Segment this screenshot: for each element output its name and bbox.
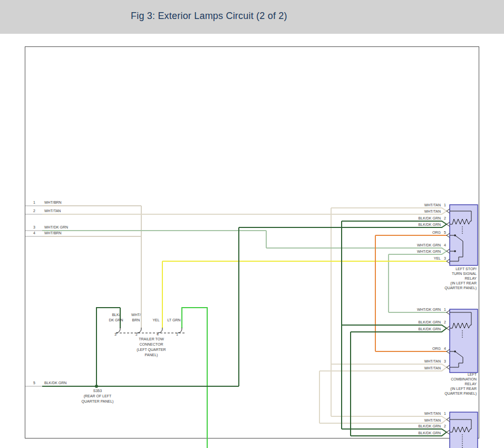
relay-caption-line: LEFT STOP/	[455, 267, 477, 271]
trailer-caption-line: PANEL)	[145, 353, 158, 357]
trailer-wire-label: WHT/	[131, 313, 141, 317]
trailer-pin-hook	[116, 328, 120, 333]
relay-pin-number: 1	[444, 203, 446, 207]
trailer-pin-hook	[137, 328, 141, 333]
relay-contact-dot	[454, 234, 456, 236]
trailer-pin-number: 4	[157, 332, 159, 336]
relay-pin-number: 4	[444, 243, 446, 247]
trailer-pin-hook	[158, 328, 162, 333]
relay-pin-chevrons	[447, 209, 450, 263]
wire-wht-dk-grn-feed	[42, 231, 447, 251]
relay-caption-line: (IN LEFT REAR	[450, 281, 477, 285]
wires	[42, 206, 447, 448]
left-wire-label: WHT/BRN	[44, 231, 62, 235]
left-pin-number: 1	[33, 201, 35, 204]
relay-bottom-cutoff: WHT/TAN WHT/TAN BLK/DK GRN BLK/DK GRN 1 …	[419, 412, 478, 448]
relay-wire-label: WHT/DK GRN	[417, 243, 441, 247]
relay-contact-dot	[454, 250, 456, 252]
splice-dot	[95, 385, 98, 388]
relay-pin-number: 5	[444, 231, 446, 234]
relay-pin-number: 2	[444, 424, 446, 428]
relay-wire-label: BLK/DK GRN	[419, 327, 441, 331]
relay-caption-line: RELAY	[465, 382, 477, 386]
relay-wire-label: WHT/DK GRN	[417, 250, 441, 253]
relay-caption-line: COMBINATION	[451, 377, 477, 381]
relay-left-stop-turn-signal: WHT/TAN WHT/TAN BLK/DK GRN BLK/DK GRN OR…	[417, 203, 478, 290]
relay-box	[450, 309, 478, 373]
relay-pin-chevrons	[447, 417, 450, 434]
trailer-wire-label: YEL	[152, 318, 159, 322]
relay-wire-label: BLK/DK GRN	[419, 216, 441, 220]
trailer-wire-label: DK GRN	[109, 318, 123, 322]
wiring-diagram: 1 2 3 4 5 WHT/BRN WHT/TAN WHT/DK GRN WHT…	[0, 0, 504, 448]
left-wire-label: WHT/BRN	[44, 201, 62, 204]
relay-caption-line: RELAY	[465, 277, 477, 280]
trailer-wire-label: BLK/	[112, 313, 120, 317]
left-pin-number: 2	[33, 209, 35, 213]
relay-caption-line: QUARTER PANEL)	[444, 392, 477, 396]
trailer-caption-line: (LEFT QUARTER	[137, 348, 166, 352]
trailer-caption-line: CONNECTOR	[140, 342, 163, 346]
relay-pin-number: 3	[444, 359, 446, 363]
left-pin-number: 5	[33, 381, 35, 385]
relay-caption-line: (IN LEFT REAR	[450, 387, 477, 391]
wire-lt-grn-net	[182, 308, 207, 448]
relay-pin-number: 3	[444, 256, 446, 260]
relay-wire-label: YEL	[434, 256, 441, 260]
relay-wire-label: BLK/DK GRN	[419, 424, 441, 428]
relay-contact-dot	[454, 350, 456, 352]
relay-wire-label: WHT/TAN	[424, 209, 441, 213]
relay-pin-number: 4	[444, 347, 446, 350]
relay-wire-label: BLK/DK GRN	[419, 431, 441, 435]
wire-wht-tan-chain	[319, 208, 447, 423]
trailer-pin-number: 1	[176, 332, 178, 336]
wire-blk-dk-grn-ground	[42, 224, 447, 386]
left-pin-area: 1 2 3 4 5 WHT/BRN WHT/TAN WHT/DK GRN WHT…	[33, 201, 68, 385]
diagram-frame	[25, 47, 479, 439]
relay-wire-label: ORG	[432, 347, 441, 350]
splice-labels: S353 (REAR OF LEFT QUARTER PANEL)	[82, 389, 114, 404]
trailer-caption-line: TRAILER TOW	[139, 337, 164, 341]
left-wire-label: WHT/TAN	[44, 209, 61, 213]
relay-pin-number: 2	[444, 320, 446, 324]
trailer-pin-hook	[178, 328, 182, 333]
left-wire-label: BLK/DK GRN	[44, 381, 66, 385]
relay-wire-label: WHT/TAN	[424, 366, 441, 370]
relay-wire-label: ORG	[432, 231, 441, 234]
splice-name: S353	[93, 389, 102, 393]
relay-wire-label: BLK/DK GRN	[419, 223, 441, 226]
relay-wire-label: WHT/DK GRN	[417, 308, 441, 311]
relay-pin-number: 1	[444, 412, 446, 415]
relay-caption-line: LEFT	[468, 373, 477, 376]
relay-wire-label: WHT/TAN	[424, 412, 441, 415]
wire-yel-net	[162, 261, 447, 328]
wire-wht-brn-net	[42, 206, 141, 328]
trailer-wire-label: LT GRN	[167, 318, 180, 322]
relay-caption-line: QUARTER PANEL)	[444, 286, 477, 290]
wire-wht-tan-feed	[42, 211, 447, 214]
relay-wire-label: BLK/DK GRN	[419, 320, 441, 324]
splice-location-line: (REAR OF LEFT	[84, 394, 112, 398]
relay-caption-line: TURN SIGNAL	[452, 272, 477, 275]
trailer-tow-connector: 3 2 4 1 BLK/ DK GRN WHT/ BRN YEL LT GRN …	[109, 313, 186, 357]
relay-wire-label: WHT/TAN	[424, 203, 441, 207]
left-wire-label: WHT/DK GRN	[44, 225, 68, 229]
relay-pin-number: 2	[444, 216, 446, 220]
left-pin-number: 3	[33, 225, 35, 229]
trailer-wire-label: BRN	[132, 318, 140, 322]
left-pin-number: 4	[33, 231, 35, 235]
relay-wire-label: WHT/TAN	[424, 418, 441, 422]
relay-pin-chevrons	[447, 310, 450, 369]
splice-location-line: QUARTER PANEL)	[82, 399, 114, 404]
trailer-pin-number: 2	[135, 332, 138, 336]
relay-wire-label: WHT/TAN	[424, 359, 441, 363]
trailer-pin-number: 3	[114, 332, 117, 336]
wire-wht-dk-grn-link	[389, 251, 447, 312]
relay-pin-number: 1	[444, 308, 446, 311]
